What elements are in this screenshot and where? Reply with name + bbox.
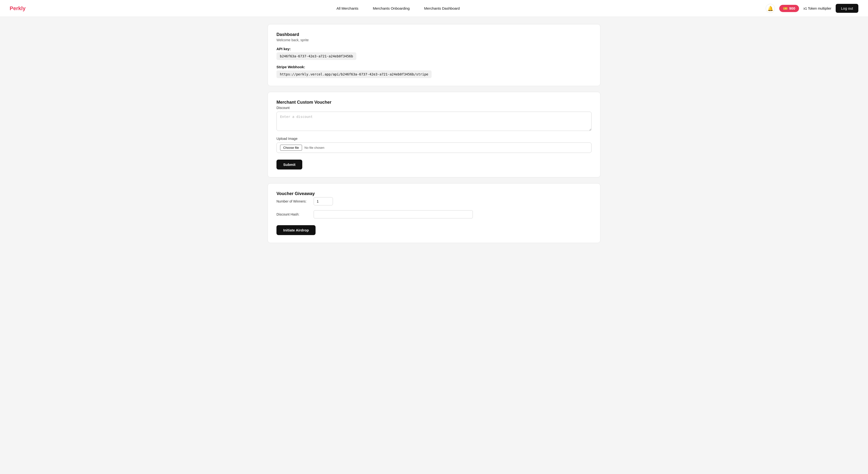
nav-merchants-onboarding[interactable]: Merchants Onboarding [373,6,410,10]
nav-right: 🔔 🎫 900 x1 Token multiplier Log out [766,4,858,13]
token-icon: 🎫 [783,6,788,11]
voucher-title: Merchant Custom Voucher [276,100,592,105]
winners-label: Number of Winners: [276,199,310,203]
giveaway-card: Voucher Giveaway Number of Winners: Disc… [268,183,600,243]
winners-input[interactable] [314,197,333,205]
nav-merchants-dashboard[interactable]: Merchants Dashboard [424,6,460,10]
discount-hash-label: Discount Hash: [276,212,310,216]
discount-hash-input[interactable] [314,210,473,218]
discount-group: Discount [276,106,592,132]
api-key-label: API key: [276,47,592,51]
winners-row: Number of Winners: [276,197,592,205]
discount-label: Discount [276,106,592,110]
stripe-webhook-label: Stripe Webhook: [276,65,592,69]
initiate-airdrop-button[interactable]: Initiate Airdrop [276,225,315,235]
token-count: 900 [789,6,795,10]
bell-icon[interactable]: 🔔 [766,4,775,13]
voucher-card: Merchant Custom Voucher Discount Upload … [268,92,600,177]
discount-input[interactable] [276,112,592,131]
choose-file-button[interactable]: Choose file [280,145,302,151]
dashboard-card: Dashboard Welcome back, sprite API key: … [268,24,600,86]
giveaway-title: Voucher Giveaway [276,191,592,196]
nav-links: All Merchants Merchants Onboarding Merch… [45,6,751,10]
navbar: Perkly All Merchants Merchants Onboardin… [0,0,868,17]
logout-button[interactable]: Log out [836,4,858,13]
dashboard-subtitle: Welcome back, sprite [276,38,592,42]
dashboard-title: Dashboard [276,32,592,37]
submit-button[interactable]: Submit [276,160,302,169]
upload-label: Upload Image [276,137,592,141]
discount-hash-row: Discount Hash: [276,210,592,218]
main-content: Dashboard Welcome back, sprite API key: … [258,24,610,243]
api-key-value: b246f63a-6737-42e3-a721-a24eb0f3456b [276,52,356,60]
logo[interactable]: Perkly [10,5,26,11]
upload-group: Upload Image Choose file No file chosen [276,137,592,153]
file-input-wrapper: Choose file No file chosen [276,142,592,153]
token-multiplier: x1 Token multiplier [803,6,831,10]
stripe-webhook-value: https://perkly.vercel.app/api/b246f63a-6… [276,70,432,78]
nav-all-merchants[interactable]: All Merchants [337,6,359,10]
file-chosen-text: No file chosen [305,146,324,149]
tokens-badge[interactable]: 🎫 900 [779,5,799,12]
